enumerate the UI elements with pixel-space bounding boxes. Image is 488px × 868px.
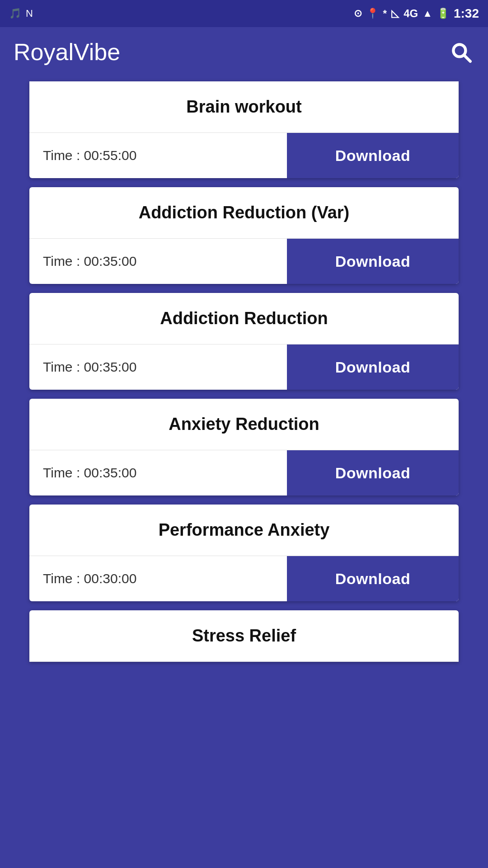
track-title-row: Performance Anxiety xyxy=(29,505,459,556)
track-card: Performance Anxiety Time : 00:30:00 Down… xyxy=(29,505,459,601)
location-icon: 📍 xyxy=(366,8,379,19)
track-time: Time : 00:35:00 xyxy=(29,344,287,390)
hotspot-icon: ⊙ xyxy=(354,8,362,19)
app-title: RoyalVibe xyxy=(14,38,120,66)
track-time: Time : 00:35:00 xyxy=(29,450,287,495)
app-icon-1: 🎵 xyxy=(9,8,21,19)
download-button[interactable]: Download xyxy=(287,344,459,390)
track-title: Addiction Reduction (Var) xyxy=(139,203,350,222)
track-card: Stress Relief xyxy=(29,610,459,662)
download-button[interactable]: Download xyxy=(287,450,459,495)
track-title-row: Anxiety Reduction xyxy=(29,399,459,450)
track-time: Time : 00:35:00 xyxy=(29,239,287,284)
track-info-row: Time : 00:35:00 Download xyxy=(29,239,459,284)
track-info-row: Time : 00:35:00 Download xyxy=(29,344,459,390)
track-title: Performance Anxiety xyxy=(159,520,330,539)
track-title-row: Brain workout xyxy=(29,81,459,133)
network-strength-icon: ▲ xyxy=(422,8,432,19)
network-label: 4G xyxy=(404,7,418,20)
search-icon xyxy=(450,41,472,63)
track-time: Time : 00:30:00 xyxy=(29,556,287,601)
bluetooth-icon: * xyxy=(383,8,387,19)
app-bar: RoyalVibe xyxy=(0,27,488,77)
track-time: Time : 00:55:00 xyxy=(29,133,287,178)
track-title: Stress Relief xyxy=(192,626,296,645)
status-left-icons: 🎵 N xyxy=(9,8,33,19)
svg-line-1 xyxy=(464,55,470,61)
track-card: Brain workout Time : 00:55:00 Download xyxy=(29,81,459,178)
status-right-icons: ⊙ 📍 * ◺ 4G ▲ 🔋 1:32 xyxy=(354,6,479,21)
track-title: Anxiety Reduction xyxy=(169,415,319,434)
app-icon-2: N xyxy=(26,8,33,19)
signal-icon: ◺ xyxy=(391,8,399,19)
track-list: Brain workout Time : 00:55:00 Download A… xyxy=(0,77,488,671)
time-display: 1:32 xyxy=(454,6,479,21)
download-button[interactable]: Download xyxy=(287,133,459,178)
download-button[interactable]: Download xyxy=(287,556,459,601)
download-button[interactable]: Download xyxy=(287,239,459,284)
battery-icon: 🔋 xyxy=(437,8,449,19)
track-info-row: Time : 00:35:00 Download xyxy=(29,450,459,495)
track-title: Brain workout xyxy=(186,97,301,116)
status-bar: 🎵 N ⊙ 📍 * ◺ 4G ▲ 🔋 1:32 xyxy=(0,0,488,27)
track-title: Addiction Reduction xyxy=(160,309,328,328)
track-title-row: Stress Relief xyxy=(29,610,459,662)
track-card: Addiction Reduction Time : 00:35:00 Down… xyxy=(29,293,459,390)
track-card: Addiction Reduction (Var) Time : 00:35:0… xyxy=(29,187,459,284)
track-title-row: Addiction Reduction xyxy=(29,293,459,344)
search-button[interactable] xyxy=(447,38,474,66)
track-info-row: Time : 00:55:00 Download xyxy=(29,133,459,178)
track-title-row: Addiction Reduction (Var) xyxy=(29,187,459,239)
track-card: Anxiety Reduction Time : 00:35:00 Downlo… xyxy=(29,399,459,495)
track-info-row: Time : 00:30:00 Download xyxy=(29,556,459,601)
